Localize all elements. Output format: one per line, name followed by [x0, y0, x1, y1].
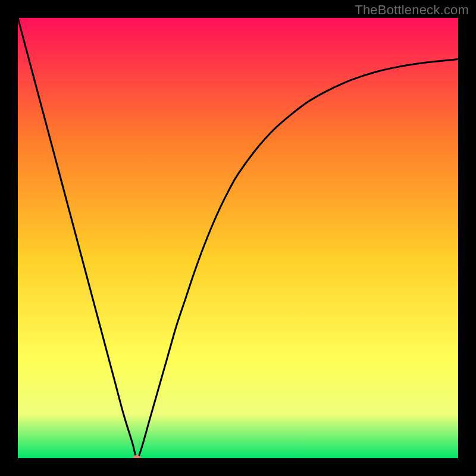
- plot-area: [18, 18, 458, 458]
- gradient-background: [18, 18, 458, 458]
- watermark-text: TheBottleneck.com: [355, 2, 469, 18]
- chart-container: TheBottleneck.com: [0, 0, 476, 476]
- plot-svg: [18, 18, 458, 458]
